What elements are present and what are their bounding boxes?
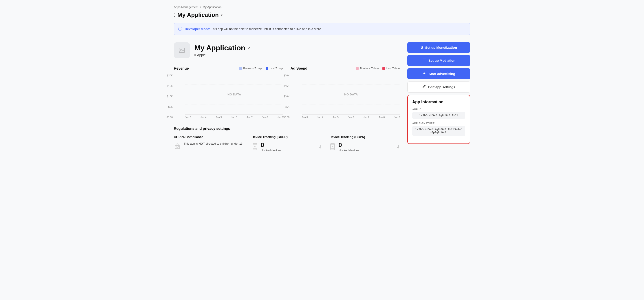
revenue-gridline-2 [185,84,284,84]
gdpr-count: 0 [261,142,282,149]
breadcrumb-separator: / [200,6,201,9]
app-name: My Application ➚ [194,44,251,52]
ccpa-content: 0 blocked devices ⇓ [330,142,400,152]
revenue-no-data: NO DATA [228,92,241,96]
developer-mode-banner: ⓘ Developer Mode: This app will not be a… [174,23,470,35]
edit-icon [422,85,426,89]
dev-banner-text: Developer Mode: This app will not be abl… [185,27,322,31]
charts-row: Revenue Previous 7 days Last 7 days [174,66,400,118]
app-platform:  Apple [194,53,251,57]
revenue-chart-area: NO DATA [185,74,284,114]
svg-rect-0 [179,48,184,52]
revenue-chart-wrapper: $20K $15K $10K $5K $0.00 [174,74,284,118]
app-signature-value: 1a2b3c4d5e6f7g8h9i0j1k2l3m4n5o6p7q8r9s0t [412,126,465,136]
advertising-icon [422,71,426,76]
main-content: My Application ➚  Apple Revenue [174,42,470,152]
mediation-icon [422,58,426,63]
svg-line-20 [424,86,425,86]
adspend-chart: Ad Spend Previous 7 days Last 7 days [290,66,400,118]
regulations-section: Regulations and privacy settings COPPA C… [174,127,400,152]
app-icon-placeholder [174,42,190,58]
right-sidebar: $ Set up Monetization Set up Mediation [407,42,470,144]
revenue-gridline-4 [185,104,284,104]
app-header:  My Application ▾ [174,12,470,18]
ccpa-item: Device Tracking (CCPA) [330,135,400,152]
revenue-gridline-5 [185,114,284,114]
coppa-text: This app is NOT directed to children und… [184,142,244,146]
app-header-title: My Application [178,12,219,18]
revenue-chart-header: Revenue Previous 7 days Last 7 days [174,66,284,70]
revenue-gridline-1 [185,74,284,74]
coppa-content: This app is NOT directed to children und… [174,142,244,151]
dev-banner-label: Developer Mode: [185,27,210,31]
app-id-label: APP ID [412,108,465,111]
revenue-legend-last: Last 7 days [266,67,284,70]
app-signature-label: APP SIGNATURE [412,122,465,125]
adspend-x-labels: Jan 3 Jan 4 Jan 5 Jan 6 Jan 7 Jan 8 Jan … [302,114,400,118]
app-id-value: 1a2b3c4d5e6f7g8h9i0j1k2l [412,112,465,119]
ccpa-label: Device Tracking (CCPA) [330,135,400,139]
coppa-not: NOT [198,142,204,145]
ccpa-count-block: 0 blocked devices [338,142,359,152]
revenue-y-labels: $20K $15K $10K $5K $0.00 [164,74,173,118]
start-advertising-button[interactable]: Start advertising [407,68,470,79]
regulations-title: Regulations and privacy settings [174,127,400,131]
regulations-row: COPPA Compliance [174,135,400,152]
revenue-prev-dot [239,67,242,70]
left-content: My Application ➚  Apple Revenue [174,42,400,152]
revenue-x-labels: Jan 3 Jan 4 Jan 5 Jan 6 Jan 7 Jan 8 Jan … [185,114,284,118]
svg-rect-17 [422,58,426,59]
revenue-legend-prev: Previous 7 days [239,67,262,70]
adspend-chart-title: Ad Spend [290,66,308,70]
adspend-last-dot [382,67,385,70]
revenue-chart-legend: Previous 7 days Last 7 days [239,67,284,70]
breadcrumb-parent[interactable]: Apps Management [174,6,198,9]
adspend-prev-dot [356,67,358,70]
revenue-chart: Revenue Previous 7 days Last 7 days [174,66,284,118]
app-information-title: App information [412,100,465,104]
chevron-down-icon[interactable]: ▾ [221,13,222,17]
set-up-mediation-button[interactable]: Set up Mediation [407,55,470,66]
coppa-icon [174,142,181,151]
apple-platform-icon:  [194,53,196,57]
adspend-y-label-15k: $15K [280,85,290,87]
adspend-chart-wrapper: $20K $15K $10K $5K $0.00 [290,74,400,118]
app-info-row: My Application ➚  Apple [174,42,400,58]
dev-banner-message: This app will not be able to monetize un… [210,27,322,31]
gdpr-count-block: 0 blocked devices [261,142,282,152]
gdpr-download-icon[interactable]: ⇓ [318,144,322,150]
adspend-y-label-20k: $20K [280,74,290,77]
revenue-y-label-20k: $20K [164,74,173,77]
adspend-legend-prev: Previous 7 days [356,67,379,70]
monetization-icon: $ [420,45,423,50]
gdpr-content: 0 blocked devices ⇓ [252,142,322,152]
gdpr-device-icon [252,143,258,152]
adspend-chart-legend: Previous 7 days Last 7 days [356,67,400,70]
adspend-y-label-0: $0.00 [280,116,290,118]
revenue-last-dot [266,67,268,70]
adspend-chart-area: NO DATA [302,74,400,114]
app-information-card: App information APP ID 1a2b3c4d5e6f7g8h9… [407,95,470,144]
external-link-icon[interactable]: ➚ [248,46,251,50]
ccpa-download-icon[interactable]: ⇓ [396,144,400,150]
svg-rect-18 [422,60,426,60]
adspend-y-labels: $20K $15K $10K $5K $0.00 [280,74,290,118]
breadcrumb-current: My Application [203,6,222,9]
ccpa-count: 0 [338,142,359,149]
revenue-y-label-15k: $15K [164,85,173,87]
coppa-item: COPPA Compliance [174,135,244,152]
adspend-chart-header: Ad Spend Previous 7 days Last 7 days [290,66,400,70]
coppa-label: COPPA Compliance [174,135,244,139]
adspend-y-label-5k: $5K [280,106,290,108]
revenue-y-label-10k: $10K [164,95,173,98]
adspend-y-label-10k: $10K [280,95,290,98]
svg-rect-19 [422,61,426,61]
adspend-no-data: NO DATA [344,92,358,96]
set-up-monetization-button[interactable]: $ Set up Monetization [407,42,470,53]
ccpa-device-icon [330,143,336,152]
edit-app-settings-button[interactable]: Edit app settings [407,82,470,92]
gdpr-blocked-label: blocked devices [261,149,282,152]
app-title-block: My Application ➚  Apple [194,44,251,57]
breadcrumb: Apps Management / My Application [174,6,470,9]
gdpr-item: Device Tracking (GDPR) [252,135,322,152]
